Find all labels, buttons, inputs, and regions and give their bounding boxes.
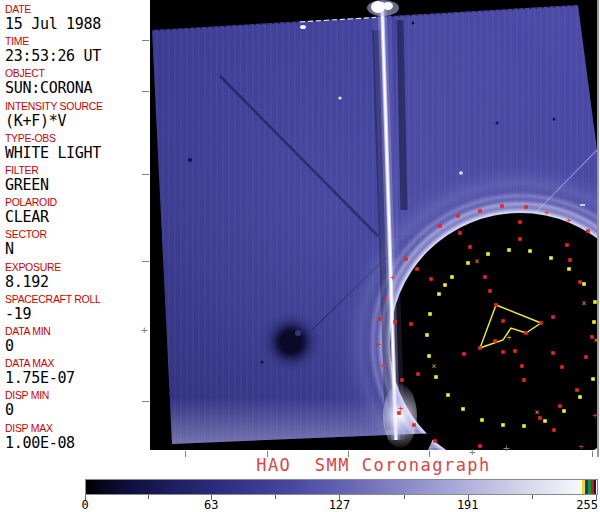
red-fiducial-dot (560, 365, 564, 369)
metadata-label: EXPOSURE (5, 261, 61, 274)
metadata-field: INTENSITY SOURCE(K+F)*V (5, 100, 103, 130)
red-fiducial-dot (378, 317, 382, 321)
red-fiducial-dot (433, 439, 437, 443)
yellow-fiducial-dot (522, 424, 526, 428)
metadata-field: TYPE-OBSWHITE LIGHT (5, 132, 101, 162)
colorbar-minor-tick (532, 495, 533, 499)
yellow-fiducial-dot (428, 312, 432, 316)
red-fiducial-dot (586, 229, 590, 233)
colorbar-gradient (85, 479, 598, 495)
image-viewport: ×××××++++++++++ (150, 0, 597, 450)
red-fiducial-dot (393, 320, 397, 324)
yellow-fiducial-dot (582, 282, 586, 286)
yellow-fiducial-dot (437, 292, 441, 296)
image-title: HAO SMM Coronagraph (150, 455, 597, 475)
yellow-fiducial-dot (543, 419, 547, 423)
colorbar-tick-label: 0 (81, 498, 88, 512)
colorbar-reserved-stripe (582, 480, 585, 494)
red-plus-mark: + (398, 403, 404, 413)
yellow-fiducial-dot (425, 333, 429, 337)
metadata-field: DATE15 Jul 1988 (5, 3, 101, 33)
red-fiducial-dot (416, 372, 420, 376)
red-fiducial-dot (400, 378, 404, 382)
red-fiducial-dot (493, 339, 497, 343)
yellow-fiducial-dot (446, 393, 450, 397)
frame-tick (142, 174, 149, 175)
frame-plus-mark: + (141, 327, 148, 335)
red-fiducial-dot (488, 289, 492, 293)
red-plus-mark: + (390, 272, 396, 282)
red-fiducial-dot (494, 303, 498, 307)
metadata-value: 15 Jul 1988 (5, 16, 101, 33)
colorbar-reserved-stripe (585, 480, 588, 494)
frame-tick (142, 91, 149, 92)
app-window: DATE15 Jul 1988TIME23:53:26 UTOBJECTSUN:… (0, 0, 600, 512)
yellow-fiducial-dot (562, 409, 566, 413)
orange-x-mark: × (535, 408, 540, 417)
metadata-value: 0 (5, 402, 49, 419)
yellow-fiducial-dot (578, 395, 582, 399)
metadata-value: CLEAR (5, 209, 57, 226)
red-fiducial-dot (518, 237, 522, 241)
red-fiducial-dot (538, 416, 542, 420)
frame-plus-mark: + (469, 449, 476, 457)
colorbar-reserved-stripe (594, 480, 596, 494)
red-fiducial-dot (456, 214, 460, 218)
red-fiducial-dot (565, 243, 569, 247)
metadata-value: 1.00E-08 (5, 435, 75, 452)
colorbar-tick-label: 127 (329, 498, 351, 512)
yellow-fiducial-dot (461, 407, 465, 411)
frame-tick (142, 261, 149, 262)
red-fiducial-dot (478, 346, 482, 350)
colorbar-reserved-stripe (591, 480, 594, 494)
red-fiducial-dot (578, 280, 582, 284)
red-fiducial-dot (584, 355, 588, 359)
red-fiducial-dot (468, 245, 472, 249)
metadata-value: 1.75E-07 (5, 370, 75, 387)
frame-right-border (597, 0, 599, 457)
red-fiducial-dot (539, 321, 543, 325)
red-fiducial-dot (438, 224, 442, 228)
yellow-fiducial-dot (466, 261, 470, 265)
yellow-fiducial-dot (434, 375, 438, 379)
red-plus-mark: + (578, 441, 584, 450)
red-fiducial-dot (552, 428, 556, 432)
red-fiducial-dot (551, 351, 555, 355)
metadata-value: WHITE LIGHT (5, 145, 101, 162)
frame-tick (142, 40, 149, 41)
red-fiducial-dot (478, 444, 482, 448)
red-fiducial-dot (575, 388, 579, 392)
metadata-label: TYPE-OBS (5, 132, 101, 145)
coronagraph-image: ×××××++++++++++ (150, 0, 597, 450)
yellow-fiducial-dot (567, 267, 571, 271)
frame-plus-mark: + (503, 445, 510, 453)
red-plus-mark: + (376, 339, 382, 349)
yellow-fiducial-dot (507, 248, 511, 252)
red-fiducial-dot (412, 423, 416, 427)
red-fiducial-dot (524, 205, 528, 209)
colorbar-minor-tick (275, 495, 276, 499)
colorbar-minor-tick (148, 495, 149, 499)
yellow-fiducial-dot (443, 283, 447, 287)
yellow-fiducial-dot (480, 418, 484, 422)
metadata-field: SPACECRAFT ROLL-19 (5, 293, 100, 323)
colorbar-tick-label: 255 (576, 498, 598, 512)
metadata-field: EXPOSURE8.192 (5, 261, 61, 291)
red-fiducial-dot (518, 220, 522, 224)
metadata-value: SUN:CORONA (5, 80, 92, 97)
red-fiducial-dot (409, 322, 413, 326)
metadata-field: DISP MAX1.00E-08 (5, 422, 75, 452)
metadata-field: DATA MAX1.75E-07 (5, 357, 75, 387)
metadata-panel: DATE15 Jul 1988TIME23:53:26 UTOBJECTSUN:… (0, 0, 150, 458)
colorbar-tick-label: 63 (204, 498, 218, 512)
edge-flare (383, 384, 417, 448)
red-fiducial-dot (483, 275, 487, 279)
colorbar-tick-label: 191 (457, 498, 479, 512)
yellow-fiducial-dot (591, 377, 595, 381)
metadata-label: DISP MAX (5, 422, 75, 435)
metadata-field: OBJECTSUN:CORONA (5, 67, 92, 97)
bright-speck (300, 25, 306, 29)
metadata-field: DISP MIN0 (5, 389, 49, 419)
metadata-field: DATA MIN0 (5, 325, 51, 355)
metadata-value: N (5, 241, 47, 258)
